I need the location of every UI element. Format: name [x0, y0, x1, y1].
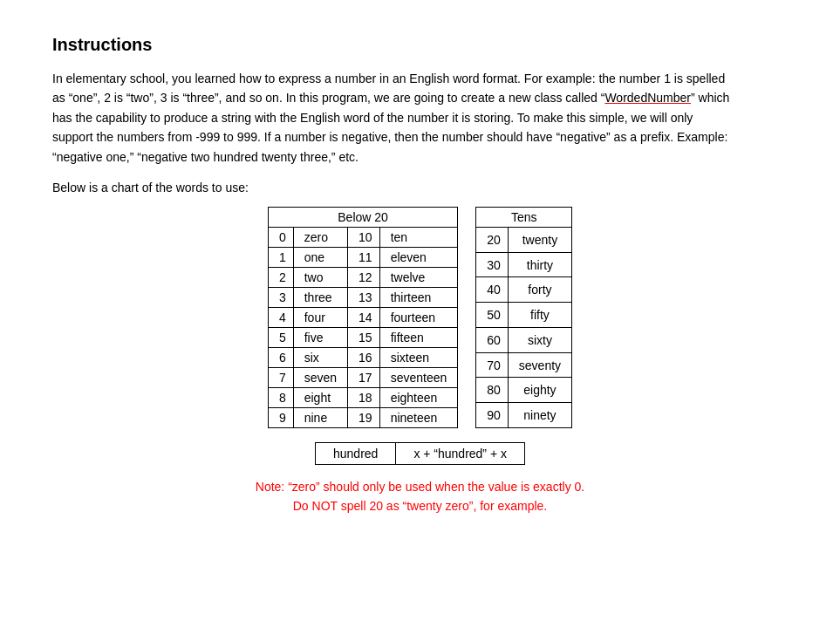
- table-row: 50 fifty: [476, 303, 572, 328]
- table-row: 90 ninety: [476, 403, 572, 428]
- number-cell: 9: [268, 407, 293, 427]
- number-cell: 4: [268, 307, 293, 327]
- number2-cell: 16: [348, 347, 380, 367]
- tens-word-cell: thirty: [508, 252, 571, 277]
- hundred-table-container: hundred x + “hundred” + x: [52, 442, 788, 465]
- number-cell: 6: [268, 347, 293, 367]
- tens-word-cell: eighty: [508, 378, 571, 403]
- number2-cell: 10: [348, 227, 380, 247]
- tens-number-cell: 90: [476, 403, 509, 428]
- note-container: Note: “zero” should only be used when th…: [52, 477, 788, 516]
- word-cell: nine: [293, 407, 347, 427]
- tens-number-cell: 30: [476, 252, 509, 277]
- tens-number-cell: 40: [476, 277, 509, 303]
- number2-cell: 13: [348, 287, 380, 307]
- tables-container: Below 20 0 zero 10 ten 1 one 11 eleven 2…: [52, 207, 788, 428]
- word2-cell: fifteen: [379, 327, 458, 347]
- table-row: 6 six 16 sixteen: [268, 347, 457, 367]
- table-row: 80 eighty: [476, 378, 572, 403]
- table-row: 8 eight 18 eighteen: [268, 387, 457, 407]
- table-row: 5 five 15 fifteen: [268, 327, 457, 347]
- hundred-table: hundred x + “hundred” + x: [315, 442, 525, 465]
- word2-cell: sixteen: [379, 347, 458, 367]
- number-cell: 3: [268, 287, 293, 307]
- page-title: Instructions: [52, 35, 788, 55]
- table-row: 7 seven 17 seventeen: [268, 367, 457, 387]
- table-row: 3 three 13 thirteen: [268, 287, 457, 307]
- word-cell: seven: [293, 367, 347, 387]
- tens-number-cell: 20: [476, 227, 509, 252]
- word2-cell: ten: [379, 227, 458, 247]
- hundred-label: hundred: [315, 442, 395, 464]
- number-cell: 0: [268, 227, 293, 247]
- tens-number-cell: 60: [476, 327, 509, 352]
- word2-cell: eighteen: [379, 387, 458, 407]
- word-cell: two: [293, 267, 347, 287]
- tens-word-cell: fifty: [508, 303, 571, 328]
- number2-cell: 18: [348, 387, 380, 407]
- tens-header: Tens: [476, 207, 572, 227]
- table-row: 40 forty: [476, 277, 572, 303]
- table-row: 1 one 11 eleven: [268, 247, 457, 267]
- word-cell: six: [293, 347, 347, 367]
- tens-number-cell: 80: [476, 378, 509, 403]
- tens-word-cell: sixty: [508, 327, 571, 352]
- table-row: 60 sixty: [476, 327, 572, 352]
- number-cell: 2: [268, 267, 293, 287]
- table-row: 0 zero 10 ten: [268, 227, 457, 247]
- table-row: 2 two 12 twelve: [268, 267, 457, 287]
- word2-cell: thirteen: [379, 287, 458, 307]
- word2-cell: seventeen: [379, 367, 458, 387]
- below20-table: Below 20 0 zero 10 ten 1 one 11 eleven 2…: [268, 207, 458, 428]
- table-row: 4 four 14 fourteen: [268, 307, 457, 327]
- number-cell: 5: [268, 327, 293, 347]
- hundred-formula: x + “hundred” + x: [396, 442, 525, 464]
- note-line2: Do NOT spell 20 as “twenty zero”, for ex…: [52, 496, 788, 515]
- number2-cell: 12: [348, 267, 380, 287]
- number2-cell: 11: [348, 247, 380, 267]
- chart-intro-label: Below is a chart of the words to use:: [52, 181, 788, 194]
- word-cell: five: [293, 327, 347, 347]
- table-row: 20 twenty: [476, 227, 572, 252]
- tens-word-cell: ninety: [508, 403, 571, 428]
- tens-word-cell: twenty: [508, 227, 571, 252]
- word-cell: four: [293, 307, 347, 327]
- word2-cell: nineteen: [379, 407, 458, 427]
- table-row: 70 seventy: [476, 352, 572, 378]
- tens-word-cell: seventy: [508, 352, 571, 378]
- number2-cell: 19: [348, 407, 380, 427]
- tens-word-cell: forty: [508, 277, 571, 303]
- word2-cell: fourteen: [379, 307, 458, 327]
- tens-number-cell: 50: [476, 303, 509, 328]
- number2-cell: 15: [348, 327, 380, 347]
- word-cell: three: [293, 287, 347, 307]
- word-cell: one: [293, 247, 347, 267]
- table-row: 30 thirty: [476, 252, 572, 277]
- number-cell: 1: [268, 247, 293, 267]
- tens-table: Tens 20 twenty 30 thirty 40 forty 50 fif…: [475, 207, 572, 428]
- number-cell: 7: [268, 367, 293, 387]
- word-cell: eight: [293, 387, 347, 407]
- number-cell: 8: [268, 387, 293, 407]
- number2-cell: 17: [348, 367, 380, 387]
- word2-cell: twelve: [379, 267, 458, 287]
- word-cell: zero: [293, 227, 347, 247]
- word2-cell: eleven: [379, 247, 458, 267]
- number2-cell: 14: [348, 307, 380, 327]
- below20-header: Below 20: [268, 207, 457, 227]
- note-line1: Note: “zero” should only be used when th…: [52, 477, 788, 496]
- intro-paragraph: In elementary school, you learned how to…: [52, 69, 733, 167]
- table-row: 9 nine 19 nineteen: [268, 407, 457, 427]
- tens-number-cell: 70: [476, 352, 509, 378]
